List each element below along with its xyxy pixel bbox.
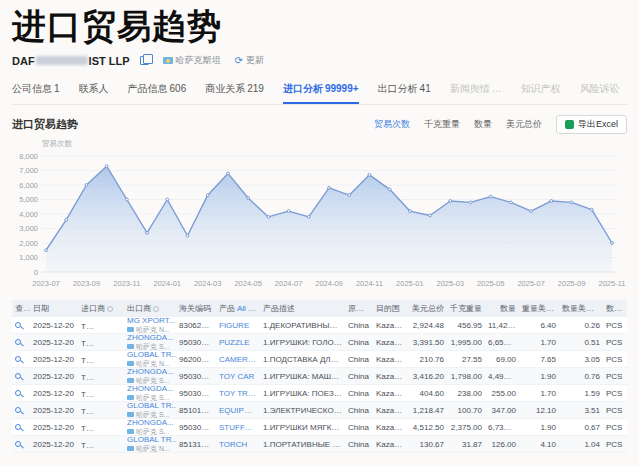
usd-total-cell: 3,391.50 xyxy=(407,334,447,351)
search-icon[interactable] xyxy=(15,373,21,379)
svg-text:1,000: 1,000 xyxy=(19,253,38,262)
column-header-日期: 日期 xyxy=(30,300,78,317)
tab-进口分析[interactable]: 进口分析99999+ xyxy=(283,78,359,104)
svg-text:2025-11: 2025-11 xyxy=(599,279,626,288)
tab-商业关系[interactable]: 商业关系219 xyxy=(205,78,264,104)
importer-redacted xyxy=(87,405,113,414)
importer-cell: TNA... xyxy=(78,317,124,334)
destination-cell: Kazakhst... xyxy=(373,368,407,385)
tab-风险诉讼[interactable]: 风险诉讼 xyxy=(580,78,620,104)
quantity-cell: 6,650.00 xyxy=(485,334,519,351)
product-link[interactable]: CAMERA STAND xyxy=(216,351,260,368)
hs-code-cell: 9620000... xyxy=(176,351,216,368)
search-icon[interactable] xyxy=(15,390,21,396)
kazakhstan-flag-icon xyxy=(127,378,134,383)
date-cell: 2025-12-20 xyxy=(30,402,78,419)
company-bar: DAF IST LLP 哈萨克斯坦 ⟳ 更新 xyxy=(12,53,627,69)
product-link[interactable]: TORCH xyxy=(216,436,260,453)
exporter-link[interactable]: GLOBAL TR... xyxy=(127,402,173,410)
usd-total-cell: 3,416.20 xyxy=(407,368,447,385)
usd-per-unit-cell: 3.05 xyxy=(559,351,603,368)
svg-text:2023-07: 2023-07 xyxy=(32,279,60,288)
exporter-link[interactable]: GLOBAL TR... xyxy=(127,351,173,359)
tab-label: 知识产权 xyxy=(521,83,561,94)
exporter-link[interactable]: GLOBAL TR... xyxy=(127,436,173,444)
usd-per-unit-cell: 0.76 xyxy=(559,368,603,385)
svg-text:2025-01: 2025-01 xyxy=(396,279,424,288)
kazakhstan-flag-icon xyxy=(127,344,134,349)
product-link[interactable]: FIGURE xyxy=(216,317,260,334)
exporter-link[interactable]: ZHONGDA... xyxy=(127,334,173,342)
svg-text:2025-07: 2025-07 xyxy=(517,279,545,288)
export-excel-button[interactable]: 导出Excel xyxy=(556,115,627,134)
importer-cell: TNA... xyxy=(78,385,124,402)
tab-产品信息[interactable]: 产品信息606 xyxy=(128,78,187,104)
search-icon[interactable] xyxy=(15,356,21,362)
svg-text:2023-09: 2023-09 xyxy=(73,279,101,288)
metric-toggle-千克重量[interactable]: 千克重量 xyxy=(424,118,460,131)
copy-icon[interactable] xyxy=(140,56,149,65)
filter-icon[interactable] xyxy=(107,306,113,312)
search-icon[interactable] xyxy=(15,424,21,430)
usd-per-unit-cell: 1.59 xyxy=(559,385,603,402)
refresh-control[interactable]: ⟳ 更新 xyxy=(235,54,264,67)
usd-per-unit-cell: 0.67 xyxy=(559,419,603,436)
description-cell: 1.ИГРУШКА: МАШИНКИ ДЛЯ ДЕТЕЙ СТАРШЕ ТРЕ.… xyxy=(260,368,345,385)
filter-icon[interactable] xyxy=(153,306,159,312)
svg-text:2025-09: 2025-09 xyxy=(558,279,586,288)
svg-text:6,000: 6,000 xyxy=(19,180,38,189)
description-cell: 1.ПОДСТАВКА ДЛЯ ФОТОАППАРАТА: ТРЕНОГА, .… xyxy=(260,351,345,368)
usd-per-kg-cell: 1.90 xyxy=(519,368,559,385)
tab-公司信息[interactable]: 公司信息1 xyxy=(12,78,60,104)
product-link[interactable]: PUZZLE xyxy=(216,334,260,351)
table-row: 2025-12-20TNA...GLOBAL TR...哈萨克 S...8510… xyxy=(12,402,627,419)
column-header-美元总价: 美元总价 xyxy=(407,300,447,317)
search-icon[interactable] xyxy=(15,407,21,413)
description-cell: 1.ИГРУШКА: ПОЕЗД АРТ.3080-1 ВКЛЮЧАЯ РЕЛЬ… xyxy=(260,385,345,402)
date-cell: 2025-12-20 xyxy=(30,436,78,453)
exporter-cell: ZHONGDA...哈萨克 S... xyxy=(124,334,176,351)
product-link[interactable]: STUFFED TOY xyxy=(216,419,260,436)
view-cell xyxy=(12,419,30,436)
tab-出口分析[interactable]: 出口分析41 xyxy=(378,78,431,104)
usd-per-unit-cell: 3.51 xyxy=(559,402,603,419)
exporter-link[interactable]: ZHONGDA... xyxy=(127,419,173,427)
company-country: 哈萨克斯坦 xyxy=(163,54,221,67)
exporter-link[interactable]: MG XPORT... xyxy=(127,317,173,325)
svg-text:2024-07: 2024-07 xyxy=(275,279,303,288)
column-header-进口商[interactable]: 进口商 xyxy=(78,300,124,317)
importer-redacted xyxy=(87,337,113,346)
origin-cell: China xyxy=(345,368,373,385)
tab-知识产权[interactable]: 知识产权 xyxy=(521,78,561,104)
metric-toggle-美元总价[interactable]: 美元总价 xyxy=(506,118,542,131)
column-header-产品[interactable]: 产品All ▾ xyxy=(216,300,260,317)
column-header-原产国: 原产国 xyxy=(345,300,373,317)
column-header-出口商[interactable]: 出口商 xyxy=(124,300,176,317)
tab-联系人[interactable]: 联系人 xyxy=(79,78,109,104)
exporter-link[interactable]: ZHONGDA... xyxy=(127,368,173,376)
hs-code-cell: 8306290... xyxy=(176,317,216,334)
metric-toggle-贸易次数[interactable]: 贸易次数 xyxy=(374,118,410,131)
export-excel-label: 导出Excel xyxy=(578,118,618,131)
tab-新闻舆情[interactable]: 新闻舆情… xyxy=(450,78,502,104)
hs-code-cell: 8510100... xyxy=(176,402,216,419)
exporter-link[interactable]: ZHONGDA... xyxy=(127,385,173,393)
product-link[interactable]: EQUIPMENT xyxy=(216,402,260,419)
tab-label: 进口分析 xyxy=(283,83,323,94)
search-icon[interactable] xyxy=(15,322,21,328)
importer-redacted xyxy=(87,320,113,329)
hs-code-cell: 8513100... xyxy=(176,436,216,453)
product-filter-all[interactable]: All xyxy=(237,304,246,313)
quantity-cell: 4,495.00 xyxy=(485,368,519,385)
product-link[interactable]: TOY CAR xyxy=(216,368,260,385)
column-header-目的国: 目的国 xyxy=(373,300,407,317)
product-link[interactable]: TOY TRAIN xyxy=(216,385,260,402)
refresh-icon[interactable]: ⟳ xyxy=(235,56,243,66)
search-icon[interactable] xyxy=(15,339,21,345)
metric-toggle-数量[interactable]: 数量 xyxy=(474,118,492,131)
kazakhstan-flag-icon xyxy=(163,57,173,64)
tab-count: 41 xyxy=(420,83,431,94)
search-icon[interactable] xyxy=(15,441,21,447)
quantity-cell: 11,424.00 xyxy=(485,317,519,334)
usd-per-kg-cell: 6.40 xyxy=(519,317,559,334)
